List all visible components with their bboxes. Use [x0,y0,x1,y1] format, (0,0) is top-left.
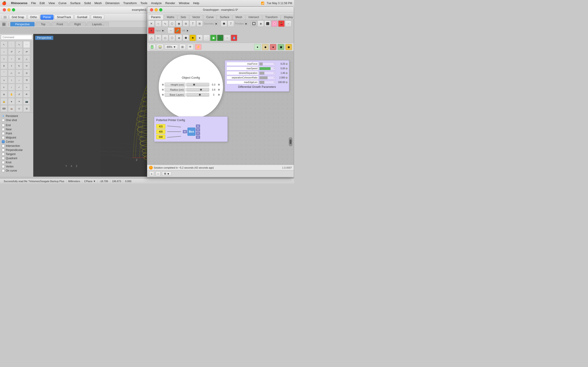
mirror-tool[interactable]: ⇌ [23,48,30,55]
revolve-tool[interactable]: ↻ [16,62,23,69]
menu-mesh[interactable]: Mesh [93,1,104,5]
curve-tool2[interactable]: ⋯ [23,41,30,48]
gh-canvas[interactable]: Object Config Height (cm) 5.0 [147,51,294,165]
gh-icon-row2-12[interactable]: → [224,35,230,41]
gh-nav-2[interactable]: ◆ [262,44,268,50]
scroll-indicator[interactable] [289,137,292,146]
potterbot-num-3[interactable]: 500 [156,135,165,139]
snap-point[interactable]: Point [2,131,31,135]
knot-checkbox[interactable] [2,161,5,164]
snap-intersection[interactable]: Intersection [2,144,31,148]
gh-tab-mesh[interactable]: Mesh [233,15,245,20]
boolean-diff[interactable]: ∖ [8,77,15,83]
gh-icon-curve1[interactable]: ∿ [162,20,168,27]
sweep-tool[interactable]: ⟳ [23,62,30,69]
gh-icon-row2-10[interactable]: ▣ [210,35,216,41]
tangent-checkbox[interactable] [2,153,5,156]
ortho-btn[interactable]: Ortho [27,15,40,20]
menu-dimension[interactable]: Dimension [104,1,121,5]
param-height-slider[interactable] [186,83,209,86]
snap-end[interactable]: End [2,123,31,127]
diff-separation-slider[interactable]: ○ [259,72,276,75]
diff-edgelen-slider[interactable]: ○ [259,81,276,84]
gh-tab-display[interactable]: Display [281,15,294,20]
menu-curve[interactable]: Curve [57,1,69,5]
gh-icon-prim1[interactable]: ⬢ [221,20,227,27]
oneshot-radio[interactable] [2,119,5,122]
gh-icon-mesh1[interactable]: ⧉ [183,20,189,27]
gh-icon-util2[interactable]: 🧪 [174,27,181,34]
chamfer-tool[interactable]: ◇ [8,69,15,76]
menu-view[interactable]: View [47,1,57,5]
snap-perpendicular[interactable]: Perpendicular [2,148,31,152]
sidebar-toggle-btn[interactable] [2,15,8,19]
gh-icon-row2-8[interactable]: ● [196,35,203,41]
gh-tab-params[interactable]: Params [148,15,164,20]
split-tool[interactable]: ⊘ [23,69,30,76]
gh-nav-4[interactable]: ▣ [278,44,284,50]
snap-quadrant[interactable]: Quadrant [2,156,31,160]
gh-icon-row2-6[interactable]: ⬟ [183,35,189,41]
view-tool[interactable]: 👁 [23,91,30,98]
minimize-button[interactable] [7,8,10,11]
menu-solid[interactable]: Solid [82,1,93,5]
gh-icon-plus[interactable]: ⊞ [196,20,203,27]
diff-cohesion-output[interactable] [286,77,288,79]
gh-icon-x[interactable]: ✕ [148,20,155,27]
menu-render[interactable]: Render [164,1,177,5]
material-tool[interactable]: ● [8,98,15,105]
gh-icon-red-dot[interactable]: ● [148,27,155,34]
dim-tool[interactable]: ↕ [8,84,15,91]
point-tool[interactable]: · [8,41,15,48]
menu-transform[interactable]: Transform [121,1,138,5]
param-radius-output[interactable] [218,89,220,91]
render-tool[interactable]: 📷 [23,98,30,105]
gh-settings-btn[interactable]: ⚙ ▼ [162,172,172,176]
gh-icon-input3[interactable]: ⬛ [264,20,271,27]
gh-icon-arrow[interactable]: → [285,20,292,27]
viewport-tab-layouts[interactable]: Layouts... [87,22,109,26]
gh-tab-curve[interactable]: Curve [203,15,216,20]
snap-persistent[interactable]: Persistent [2,114,31,118]
persistent-radio[interactable] [2,115,5,117]
diff-maxspeed-output[interactable] [286,68,288,69]
snap-midpoint[interactable]: Midpoint [2,135,31,140]
script-tool[interactable]: ⌨ [0,105,7,112]
diff-cohesion-slider[interactable]: ○ [259,76,276,79]
diff-maxspeed-slider[interactable]: ○ [259,67,276,70]
gh-icon-util1[interactable]: → [167,27,174,34]
near-checkbox[interactable] [2,128,5,131]
gh-icon-sphere1[interactable]: ◉ [176,20,182,27]
rotate-view[interactable]: ↺ [16,91,23,98]
viewport-tab-top[interactable]: Top [36,22,50,26]
snap-oneshot[interactable]: One shot [2,118,31,122]
cylinder-tool[interactable]: ⊡ [16,55,23,62]
viewport-tab-front[interactable]: Front [52,22,68,26]
gh-new-btn[interactable] [149,44,156,50]
cplane-selector[interactable]: CPlane ▼ [82,180,98,183]
gh-input-expand[interactable]: ▶ [162,29,165,32]
menu-surface[interactable]: Surface [69,1,82,5]
gh-canvas-area[interactable]: Object Config Height (cm) 5.0 [147,51,294,165]
gh-run-btn[interactable]: ⚡ [195,44,201,50]
gh-icon-prim2[interactable]: 7 [228,20,234,27]
gh-nav-1[interactable]: ● [254,44,261,50]
gh-icon-number[interactable]: 7 [190,20,196,27]
diff-maxforce-slider[interactable]: ○ [259,62,276,66]
sphere-tool[interactable]: ○ [8,55,15,62]
snap-tool[interactable]: ⊙ [16,105,23,112]
gh-add-btn[interactable]: + [149,171,154,176]
menu-help[interactable]: Help [191,1,201,5]
gh-primitive-expand[interactable]: ▶ [245,22,248,25]
gh-icon-row2-1[interactable]: △ [148,35,155,41]
gumball-btn[interactable]: Gumball [74,15,90,20]
quadrant-checkbox[interactable] [2,157,5,160]
gh-nav-3[interactable]: ● [270,44,276,50]
gh-icon-row2-7[interactable]: ★ [190,35,196,41]
cone-tool[interactable]: △ [23,55,30,62]
gh-preview-btn[interactable]: 👁 [187,44,194,50]
menu-window[interactable]: Window [177,1,191,5]
center-checkbox[interactable]: ✓ [2,140,5,143]
gh-tab-maths[interactable]: Maths [164,15,177,20]
perp-checkbox[interactable] [2,149,5,151]
